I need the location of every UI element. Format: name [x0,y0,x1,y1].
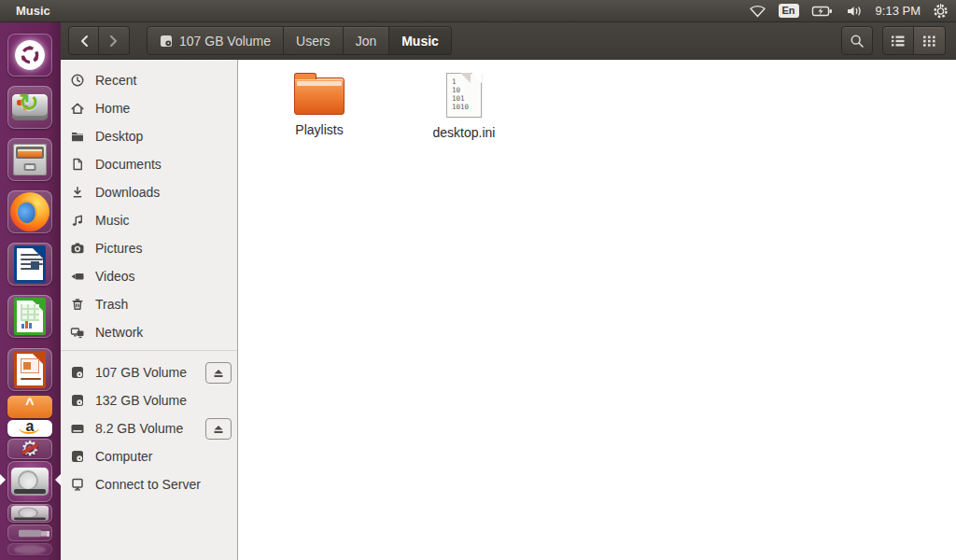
usb-stick-body [19,529,41,537]
search-icon [850,34,865,49]
places-sidebar: Recent Home Desktop Documents Downloads … [61,60,238,560]
search-button[interactable] [841,26,873,55]
sidebar-item-volume-82[interactable]: 8.2 GB Volume [61,414,237,442]
sidebar-item-trash[interactable]: Trash [61,290,237,318]
view-toggle [882,26,946,55]
file-view: Playlists 1 10 101 1010 desktop.ini [238,60,956,560]
startup-disk-creator-icon[interactable]: ↻ [7,86,52,129]
breadcrumb-music[interactable]: Music [389,26,452,55]
grid-view-button[interactable] [914,26,946,55]
harddisk-icon [70,449,85,464]
libreoffice-impress-icon[interactable] [7,348,52,391]
sidebar-item-videos[interactable]: Videos [61,262,237,290]
music-notes-icon [70,213,85,228]
download-icon [70,185,85,200]
text-file-icon: 1 10 101 1010 [446,73,482,118]
list-view-button[interactable] [882,26,914,55]
calc-doc [14,298,46,335]
amazon-icon[interactable]: ^ [7,396,52,418]
sidebar-item-pictures[interactable]: Pictures [61,234,237,262]
top-panel: Music En 9:13 PM [0,0,956,22]
writer-doc [14,245,46,283]
sidebar-item-recent[interactable]: Recent [61,66,237,94]
folded-faint-icon[interactable] [7,543,52,555]
sync-arrow-icon: ↻ [19,89,39,118]
amazon-smile-icon[interactable]: a [7,420,52,437]
breadcrumb-users[interactable]: Users [284,26,344,55]
file-playlists[interactable]: Playlists [263,73,375,137]
indicator-area: En 9:13 PM [749,3,956,19]
system-settings-icon[interactable]: ⚙ [7,439,52,459]
running-indicator-arrow [0,474,6,485]
harddisk-icon [70,393,85,408]
folder-icon [70,129,85,144]
document-icon [70,157,85,172]
ubuntu-dash-icon[interactable] [7,34,52,77]
list-view-icon [891,35,906,48]
clock[interactable]: 9:13 PM [876,4,921,18]
file-label: Playlists [295,122,343,137]
camera-icon [70,241,85,256]
eject-button[interactable] [205,418,232,440]
file-cabinet-icon[interactable] [7,138,52,181]
network-wifi-icon[interactable] [749,4,766,19]
sidebar-item-home[interactable]: Home [61,94,237,122]
back-button[interactable] [68,26,99,55]
folded-usb-icon[interactable] [7,525,52,541]
volume-icon[interactable] [846,4,864,19]
trash-icon [70,297,85,312]
window-title: Music [16,4,50,18]
folder-icon [294,77,344,115]
focused-indicator-arrow [55,474,61,485]
video-icon [70,269,85,284]
sidebar-item-network[interactable]: Network [61,318,237,346]
navigation-buttons [68,26,130,55]
sidebar-item-music[interactable]: Music [61,206,237,234]
harddisk-body-folded [11,506,49,522]
file-desktop-ini[interactable]: 1 10 101 1010 desktop.ini [408,73,520,140]
home-icon [70,101,85,116]
sidebar-item-computer[interactable]: Computer [61,442,237,470]
folded-volume-icon[interactable] [7,504,52,523]
drive-icon [160,35,173,48]
file-preview-text: 1 10 101 1010 [452,77,469,111]
toolbar: 107 GB Volume Users Jon Music [61,22,956,60]
sidebar-item-volume-107[interactable]: 107 GB Volume [61,358,237,386]
forward-button[interactable] [99,26,130,55]
faint-device-body [14,545,46,554]
server-icon [70,477,85,492]
breadcrumb-volume[interactable]: 107 GB Volume [147,26,284,55]
libreoffice-writer-icon[interactable] [7,243,52,286]
eject-icon [212,423,225,435]
file-manager-window: 107 GB Volume Users Jon Music [61,22,956,560]
breadcrumb-jon[interactable]: Jon [344,26,390,55]
sidebar-item-downloads[interactable]: Downloads [61,178,237,206]
harddisk-body [11,468,49,496]
unity-launcher: ↻ [0,22,61,560]
session-gear-icon[interactable] [933,3,949,19]
libreoffice-calc-icon[interactable] [7,295,52,338]
harddisk-icon [70,365,85,380]
sidebar-item-connect-to-server[interactable]: Connect to Server [61,470,237,498]
eject-button[interactable] [205,362,232,384]
file-label: desktop.ini [433,125,496,140]
keyboard-layout-indicator[interactable]: En [779,4,799,18]
disk-icon: ↻ [12,94,48,120]
amazon-a-strip: a [7,420,52,437]
cabinet-body [13,144,47,175]
sidebar-item-documents[interactable]: Documents [61,150,237,178]
sidebar-item-desktop[interactable]: Desktop [61,122,237,150]
breadcrumb: 107 GB Volume Users Jon Music [147,26,452,55]
window-main: Recent Home Desktop Documents Downloads … [61,60,956,560]
impress-doc [14,351,46,388]
clock-icon [70,73,85,88]
sidebar-item-volume-132[interactable]: 132 GB Volume [61,386,237,414]
amazon-banner: ^ [7,396,52,418]
sidebar-separator [61,350,237,351]
eject-icon [212,367,225,379]
battery-charging-icon[interactable] [811,4,834,19]
grid-view-icon [922,35,936,48]
firefox-icon[interactable] [7,190,52,233]
mounted-volume-icon[interactable] [7,461,52,502]
toolbar-right [841,26,956,55]
